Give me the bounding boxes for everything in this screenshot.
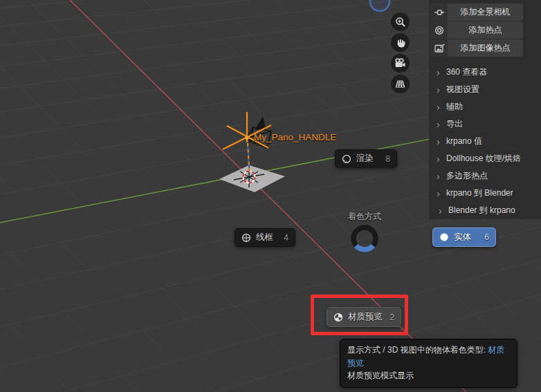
pie-item-label: 实体 [454,232,471,243]
chevron-right-icon: › [437,68,446,77]
blender-3d-viewport: My_Pano_HANDLE [0,0,541,392]
pie-menu-hub [349,223,380,254]
pie-item-label: 线框 [256,232,273,243]
section-krpano-to-blender[interactable]: › krpano 到 Blender [430,185,523,202]
pie-item-hotkey: 4 [284,233,288,243]
add-hotspot-label: 添加热点 [448,21,523,39]
empty-axes-object[interactable] [223,112,271,149]
solid-sphere-icon [439,232,449,242]
chevron-right-icon: › [437,120,446,129]
add-pano-camera-label: 添加全景相机 [448,3,523,21]
object-name-label: My_Pano_HANDLE [254,132,336,142]
pie-item-solid[interactable]: 实体 6 [432,227,496,247]
zoom-in-icon [395,17,406,28]
pano-camera-icon [430,3,448,21]
section-blender-to-krpano[interactable]: › Blender 到 krpano [430,202,523,219]
pan-button[interactable] [391,33,410,52]
section-label: krpano 到 Blender [446,187,513,199]
section-label: 360 查看器 [446,66,487,78]
section-view-settings[interactable]: › 视图设置 [430,81,523,98]
section-label: 视图设置 [446,84,479,95]
section-krpano-values[interactable]: › krpano 值 [430,133,523,150]
section-export[interactable]: › 导出 [430,115,523,133]
perspective-toggle-button[interactable] [391,75,410,93]
add-hotspot-button[interactable]: 添加热点 [430,21,523,39]
hotspot-rings-icon [430,21,448,39]
section-dollhouse-bake[interactable]: › Dollhouse 纹理/烘焙 [430,150,523,167]
section-label: krpano 值 [446,136,482,147]
image-hotspot-icon [430,39,448,57]
pie-item-hotkey: 8 [385,154,390,164]
pie-item-label: 渲染 [356,153,374,165]
pie-item-render[interactable]: 渲染 8 [335,149,397,168]
tooltip-line2: 材质预览模式显示 [347,369,510,382]
krpano-sidebar-panel: 添加全景相机 添加热点 添加图像热点 [429,0,541,219]
chevron-right-icon: › [437,85,446,95]
section-label: Blender 到 krpano [448,205,515,216]
chevron-right-icon: › [439,206,448,216]
camera-view-button[interactable] [391,54,410,73]
navigation-gizmo[interactable] [370,0,389,11]
camera-view-icon [394,57,406,69]
section-label: Dollhouse 纹理/烘焙 [446,153,521,165]
shading-tooltip: 显示方式 / 3D 视图中的物体着色类型: 材质预览 材质预览模式显示 [340,339,517,388]
zoom-button[interactable] [391,12,410,31]
section-360-viewer[interactable]: › 360 查看器 [430,64,523,81]
section-assist[interactable]: › 辅助 [430,98,523,115]
chevron-right-icon: › [437,154,446,164]
perspective-grid-icon [394,78,406,90]
pie-menu-title: 着色方式 [348,211,381,223]
add-image-hotspot-button[interactable]: 添加图像热点 [430,39,523,57]
chevron-right-icon: › [437,189,446,198]
section-label: 导出 [446,118,463,130]
tooltip-line1: 显示方式 / 3D 视图中的物体着色类型: 材质预览 [347,344,510,369]
add-pano-camera-button[interactable]: 添加全景相机 [430,3,523,21]
add-image-hotspot-label: 添加图像热点 [448,39,523,57]
section-polygon-hotspot[interactable]: › 多边形热点 [430,167,523,185]
wireframe-sphere-icon [241,233,251,243]
section-label: 辅助 [446,101,463,113]
chevron-right-icon: › [437,102,446,112]
section-label: 多边形热点 [446,170,488,182]
pie-item-wireframe[interactable]: 线框 4 [235,228,295,247]
pie-direction-arc [356,245,374,250]
pan-hand-icon [395,37,406,48]
annotation-highlight-rect [311,295,408,335]
pie-item-hotkey: 6 [484,232,489,242]
chevron-right-icon: › [437,171,446,181]
render-sphere-icon [342,154,351,164]
chevron-right-icon: › [437,137,446,147]
